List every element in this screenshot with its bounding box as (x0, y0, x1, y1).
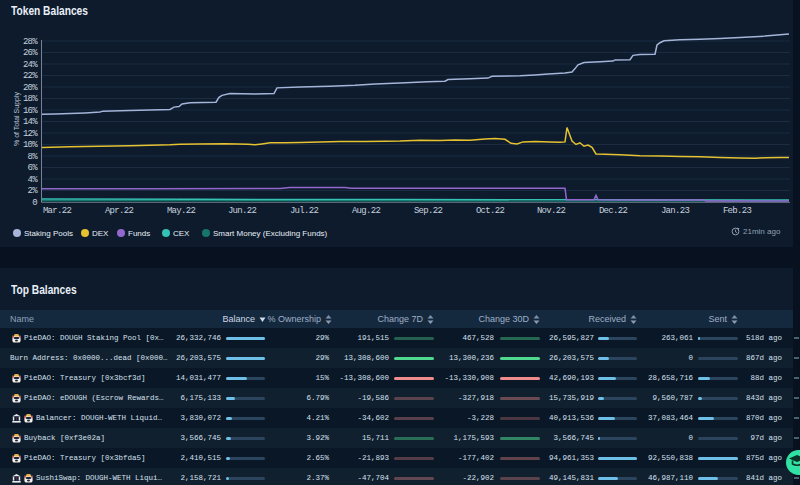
svg-text:22%: 22% (23, 71, 38, 81)
svg-text:Oct.22: Oct.22 (476, 206, 505, 216)
svg-text:4%: 4% (28, 175, 39, 185)
svg-text:Mar.22: Mar.22 (43, 206, 72, 216)
svg-text:Dec.22: Dec.22 (599, 206, 628, 216)
svg-text:24%: 24% (23, 60, 38, 70)
svg-text:20%: 20% (23, 83, 38, 93)
svg-text:26%: 26% (23, 48, 38, 58)
svg-text:Feb.23: Feb.23 (723, 206, 752, 216)
svg-text:Nov.22: Nov.22 (537, 206, 566, 216)
svg-text:% of Total Supply: % of Total Supply (13, 92, 21, 146)
svg-text:Jan.23: Jan.23 (661, 206, 690, 216)
svg-text:10%: 10% (23, 140, 38, 150)
svg-text:Sep.22: Sep.22 (414, 206, 443, 216)
svg-text:Aug.22: Aug.22 (352, 206, 381, 216)
svg-text:16%: 16% (23, 106, 38, 116)
svg-text:May.22: May.22 (167, 206, 196, 216)
svg-text:14%: 14% (23, 117, 38, 127)
svg-text:Apr.22: Apr.22 (105, 206, 134, 216)
svg-text:Jun.22: Jun.22 (228, 206, 257, 216)
svg-text:12%: 12% (23, 129, 38, 139)
svg-text:0: 0 (32, 198, 37, 208)
svg-text:8%: 8% (28, 152, 39, 162)
svg-text:28%: 28% (23, 37, 38, 47)
svg-text:2%: 2% (28, 186, 39, 196)
svg-text:6%: 6% (28, 163, 39, 173)
svg-text:18%: 18% (23, 94, 38, 104)
svg-text:Jul.22: Jul.22 (290, 206, 319, 216)
